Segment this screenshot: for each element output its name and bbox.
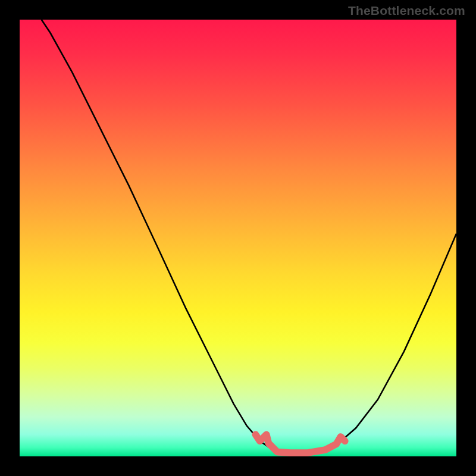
chart-frame: TheBottleneck.com [0, 0, 476, 476]
watermark-text: TheBottleneck.com [348, 4, 465, 18]
main-curve-path [42, 20, 456, 453]
plot-area [20, 20, 456, 456]
curve-svg [20, 20, 456, 456]
highlight-curve-path [255, 434, 345, 453]
